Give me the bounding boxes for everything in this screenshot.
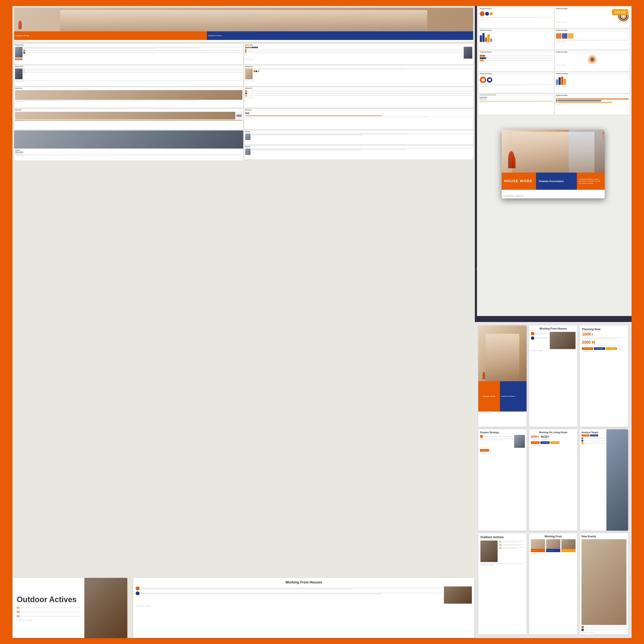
border-bottom (0, 638, 644, 644)
planning-btn1[interactable]: First Strategy (582, 347, 593, 350)
prepare-title: Prepare Strategy (480, 431, 525, 434)
slide-hw-image (478, 325, 527, 381)
right-panel: HOUSE WORK Template Presentation COMPANY… (12, 6, 475, 638)
wl-content: Working On Living Room 2090+ 8x32+ (529, 429, 577, 531)
info-thumb-row-4: The Main Info Graphics COMPANY NAMES The… (479, 72, 630, 93)
right-orange-accent (632, 6, 638, 638)
rp-working-body3: COMPANY NAMES (244, 90, 473, 99)
border-top (0, 0, 644, 6)
featured-slide[interactable]: HOUSE WORK Template Presentation A wonde… (502, 130, 605, 198)
rp-outdoor-thumb[interactable]: Outdoor Actives 01 02 (14, 65, 243, 86)
wfh-company: COMPANY NAMES (531, 350, 576, 351)
rp-discuss-col: Discust01 Discust02 (244, 131, 473, 161)
slide-prepare-strategy[interactable]: Prepare Strategy 01 First Strategy (478, 429, 527, 531)
rp-prepare-body: 01 02 First Strategy COMPANY NAMES (14, 46, 243, 62)
slide-outdoor-actives[interactable]: Outdoor Actives 01 02 (478, 533, 527, 635)
bottom-left-area: HOUSE WORK Template Presentation COMPANY… (475, 322, 632, 638)
info-thumb-row-1: The Main Info Graphics COMPANY NAMES The… (479, 7, 630, 28)
featured-bottom-bar: HOUSE WORK Template Presentation A wonde… (502, 173, 605, 190)
planning-btn2[interactable]: First Strategy (594, 347, 605, 350)
slide-hw-bottom: HOUSE WORK Template Presentation (478, 381, 527, 412)
rp-row-2: Outdoor Actives 01 02 (14, 65, 473, 86)
slide-planning[interactable]: Planning Now 100K+ 2000 M First Strategy… (580, 325, 628, 427)
info-thumb-6[interactable]: The Main Info Graphics COMPANY NAMES (555, 51, 630, 71)
slides-grid: HOUSE WORK Template Presentation COMPANY… (478, 325, 628, 635)
rp-feat-image (14, 8, 473, 31)
template-thumb-1[interactable]: Template HOUSE WORK Presentation HOUSE W… (479, 94, 554, 115)
rp-working-thumb3[interactable]: Working From (244, 87, 473, 108)
bwf-title: Working From Houses (136, 580, 472, 584)
rp-other-thumb[interactable]: Other Names COMPANY NAMES (14, 109, 243, 129)
prepare-btn[interactable]: First Strategy (480, 449, 489, 452)
rp-working-body1: COMPANY NAMES (244, 68, 473, 82)
rp-working-thumb2[interactable]: Working From COMPANY NAMES (14, 87, 243, 108)
big-outdoor-title: Outdoor Actives (17, 595, 80, 604)
planning-title: Planning Now (582, 328, 626, 331)
rp-row-5: Online Discussion Result of Discuss COMP… (14, 131, 473, 161)
wl-stat3: 2090+ (531, 435, 539, 438)
wl-stat4: 8x32+ (541, 435, 549, 438)
info-thumb-9[interactable]: The Main Info Graphics (555, 94, 630, 115)
house-work-box: HOUSE WORK (502, 173, 536, 190)
ne-title: New Events (582, 535, 626, 538)
big-outdoor-company: COMPANY NAMES (17, 620, 80, 621)
big-outdoor-content: Outdoor Actives 01 02 03 COMPANY NAMES (12, 578, 127, 638)
ne-content: New Events COMPANY NAMES (580, 533, 628, 635)
rp-feat-bottom: HOUSE WORK Template Presentation (14, 31, 473, 40)
planning-stat2: 2000 M (582, 340, 595, 345)
rp-service-thumb[interactable]: Main Service 002 COMPANY NAMES (244, 109, 473, 129)
rp-analyze-thumb[interactable]: Analyze Target First Strategy First Stra… (244, 44, 473, 64)
border-left (0, 0, 6, 644)
big-outdoor-image (84, 578, 127, 638)
oa-content: Outdoor Actives 01 02 (478, 533, 527, 635)
wl-title: Working On Living Room (531, 431, 576, 434)
rp-discuss01-thumb[interactable]: Discust01 (244, 131, 473, 144)
rp-row-1: Prepare Strategy 01 (14, 44, 473, 64)
border-right (638, 0, 644, 644)
gslide-badge: GSLIDE (612, 9, 628, 15)
rp-feat-orange: HOUSE WORK (14, 31, 207, 40)
planning-company: COMPANY NAMES (582, 351, 626, 352)
big-outdoor-slide[interactable]: Outdoor Actives 01 02 03 COMPANY NAMES (12, 578, 127, 638)
wl-company: COMPANY NAMES (531, 445, 576, 446)
at-content: Analyze Target First Strategy First Stra… (580, 429, 628, 531)
company-name: COMPANY NAMES (503, 195, 524, 197)
slide-analyze-target[interactable]: Analyze Target First Strategy First Stra… (580, 429, 628, 531)
wfh-content: Working From Houses (529, 325, 577, 427)
info-thumb-5[interactable]: The Main Info Graphics (479, 51, 554, 71)
planning-btn3[interactable]: First Strategy (606, 347, 617, 350)
info-thumb-7[interactable]: The Main Info Graphics COMPANY NAMES (479, 72, 554, 93)
wfh-items (531, 332, 576, 349)
info-thumb-row-5: Template HOUSE WORK Presentation HOUSE W… (479, 94, 630, 115)
wfm-title: Working From (531, 535, 576, 538)
rp-featured-slide[interactable]: HOUSE WORK Template Presentation COMPANY… (14, 8, 473, 42)
prepare-company: COMPANY NAMES (480, 453, 525, 454)
rp-other-body: COMPANY NAMES (14, 111, 243, 122)
rp-discuss02-body (244, 148, 473, 156)
oa-company: COMPANY NAMES (480, 564, 524, 566)
planning-stat1: 100K+ (582, 332, 594, 337)
slide-working-from-main[interactable]: Working From The Status of The The Statu… (529, 533, 577, 635)
at-company: COMPANY NAMES (582, 529, 592, 530)
rp-online-disc-thumb[interactable]: Online Discussion Result of Discuss COMP… (14, 131, 243, 161)
slide-working-from-houses[interactable]: Working From Houses (529, 325, 577, 427)
wfm-company: COMPANY NAMES (531, 553, 576, 554)
info-thumb-8[interactable]: The Main Info Graphics COMPANY NAMES (555, 72, 630, 93)
info-thumb-1[interactable]: The Main Info Graphics COMPANY NAMES (479, 7, 554, 28)
rp-discuss02-thumb[interactable]: Discust02 (244, 146, 473, 159)
rp-prepare-thumb[interactable]: Prepare Strategy 01 (14, 44, 243, 64)
at-title: Analyze Target (582, 431, 606, 434)
info-thumb-4[interactable]: The Main Info Graphics COMPANY NAMES (555, 29, 630, 50)
planning-content: Planning Now 100K+ 2000 M First Strategy… (580, 325, 628, 427)
slide-new-events[interactable]: New Events COMPANY NAMES (580, 533, 628, 635)
prepare-content: Prepare Strategy 01 First Strategy (478, 429, 527, 531)
bottom-working-from[interactable]: Working From Houses COMPANY NAMES (133, 578, 474, 638)
wfh-title: Working From Houses (531, 327, 576, 330)
left-orange-accent (6, 6, 12, 638)
rp-feat-company: COMPANY NAMES (14, 40, 473, 42)
slide-house-work[interactable]: HOUSE WORK Template Presentation COMPANY… (478, 325, 527, 427)
rp-working-thumb1[interactable]: Working From (244, 65, 473, 86)
info-thumb-3[interactable]: The Main Info Graphics COMPANY NAMES (479, 29, 554, 50)
slide-working-living[interactable]: Working On Living Room 2090+ 8x32+ (529, 429, 577, 531)
info-thumb-row-2: The Main Info Graphics COMPANY NAMES The… (479, 29, 630, 50)
